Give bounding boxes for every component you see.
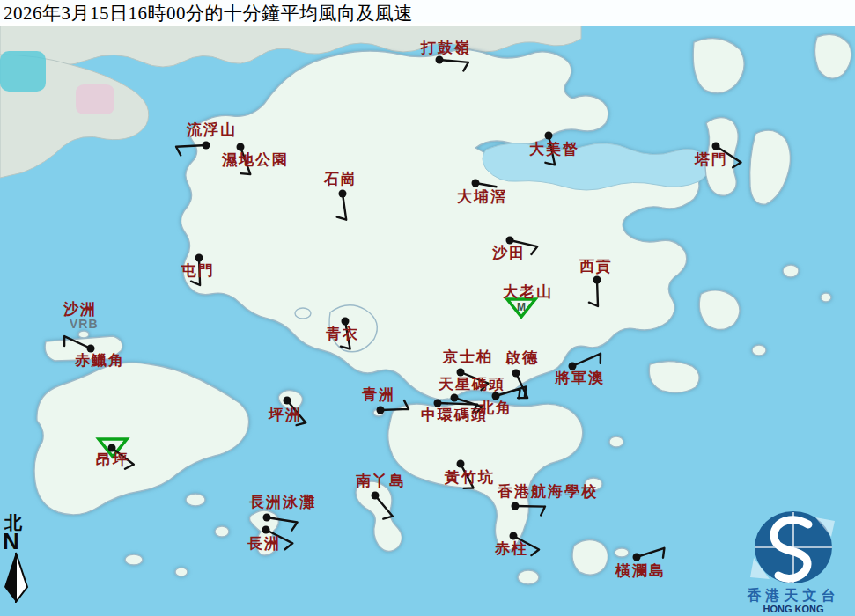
- islet: [821, 293, 831, 302]
- land-crooked-island: [693, 39, 744, 93]
- wind-barb-kai-tak: [516, 373, 527, 398]
- land-lantau: [34, 363, 249, 515]
- land-ma-wan: [295, 308, 311, 319]
- station-label-hk-sea-school: 香港航海學校: [498, 484, 598, 499]
- shenzhen-water: [0, 51, 46, 92]
- station-label-stanley: 赤柱: [495, 541, 528, 556]
- station-label-tap-mun: 塔門: [695, 152, 728, 167]
- station-dot-tap-mun: [712, 143, 720, 150]
- station-label-tsing-yi: 青衣: [326, 326, 359, 341]
- station-dot-tsing-yi: [342, 318, 350, 326]
- station-dot-kai-tak: [512, 370, 520, 378]
- wind-barb-waglan-island: [637, 548, 664, 558]
- north-label-en: N: [3, 532, 19, 552]
- land-high-island: [649, 361, 699, 392]
- station-dot-lau-fau-shan: [203, 142, 210, 150]
- islet: [175, 568, 188, 576]
- islet: [783, 265, 799, 277]
- station-dot-waglan-island: [633, 554, 641, 561]
- station-label-tai-mei-tuk: 大美督: [529, 142, 579, 157]
- station-dot-peng-chau: [284, 397, 291, 405]
- station-label-chek-lap-kok: 赤鱲角: [75, 353, 125, 368]
- north-compass: 北 N: [2, 514, 32, 603]
- wind-barb-ta-kwu-ling: [439, 60, 468, 70]
- map-title: 2026年3月15日16時00分的十分鐘平均風向及風速: [0, 1, 413, 26]
- wind-barb-tseung-kwan-o: [572, 354, 601, 366]
- station-label-green-island: 青洲: [362, 387, 395, 402]
- station-label-kings-park: 京士柏: [443, 349, 493, 364]
- land-shekou: [0, 55, 149, 178]
- land-waglan: [615, 548, 629, 557]
- land-lamma: [356, 481, 402, 552]
- station-dot-ta-kwu-ling: [436, 56, 444, 64]
- station-label-cheung-chau: 長洲: [247, 536, 281, 551]
- station-label-star-ferry: 天星碼頭: [439, 377, 505, 392]
- station-label-kai-tak: 啟德: [505, 350, 539, 365]
- wind-barb-chek-lap-kok: [64, 336, 91, 348]
- station-label-ngong-ping: 昂坪: [96, 452, 129, 467]
- station-label-tseung-kwan-o: 將軍澳: [555, 370, 605, 385]
- station-label-waglan-island: 橫瀾島: [615, 563, 666, 578]
- station-label-sha-tin: 沙田: [492, 246, 526, 260]
- station-label-lamma-island: 南丫島: [356, 473, 406, 488]
- wind-barb-shek-kong: [337, 194, 347, 220]
- logo-name-en: HONG KONG OBSERVATORY: [729, 604, 855, 616]
- islet: [186, 494, 205, 506]
- station-dot-lamma-island: [372, 492, 380, 500]
- station-dot-sha-tin: [506, 237, 514, 245]
- station-dot-stanley: [510, 532, 518, 540]
- north-arrow-icon: [2, 552, 30, 603]
- station-label-ta-kwu-ling: 打鼓嶺: [421, 40, 471, 55]
- wind-barb-sai-kung: [589, 280, 598, 306]
- map-background: [0, 0, 855, 616]
- wind-barb-lau-fau-shan: [176, 145, 206, 156]
- station-dot-cheung-chau: [262, 526, 270, 534]
- station-triangle-tates-cairn: [507, 299, 535, 317]
- logo-name-cn: 香港天文台: [729, 588, 855, 604]
- islet: [609, 436, 623, 447]
- station-dot-wetland-park: [237, 143, 245, 151]
- station-label-wetland-park: 濕地公園: [222, 152, 289, 167]
- station-dot-star-ferry: [451, 394, 459, 402]
- station-label-sai-kung: 西貢: [579, 259, 613, 274]
- land-new-territories: [181, 49, 699, 400]
- station-label-tai-po-kau: 大埔滘: [457, 189, 507, 204]
- station-dot-sai-kung: [593, 276, 601, 284]
- land-po-toi: [572, 539, 608, 575]
- tolo-harbour: [483, 143, 709, 190]
- wind-barb-tai-po-kau: [475, 183, 497, 187]
- station-label-sha-chau: 沙洲: [63, 302, 97, 317]
- station-dot-tuen-mun: [195, 254, 203, 262]
- wind-note-sha-chau: VRB: [70, 318, 99, 330]
- hko-logo-icon: [736, 505, 851, 590]
- title-bar: 2026年3月15日16時00分的十分鐘平均風向及風速: [0, 0, 855, 26]
- shenzhen-urban-patch: [76, 84, 114, 114]
- islet: [752, 345, 766, 356]
- sea: [0, 0, 855, 616]
- station-label-wong-chuk-hang: 黃竹坑: [445, 470, 495, 485]
- land-ne-islet: [814, 34, 851, 78]
- station-label-lau-fau-shan: 流浮山: [187, 122, 237, 137]
- land-green-island: [373, 409, 384, 416]
- islet: [215, 526, 229, 537]
- wind-map-page: M 打鼓嶺流浮山濕地公園石崗大埔滘大美督塔門沙田西貢大老山屯門沙洲VRB赤鱲角青…: [0, 0, 855, 616]
- station-dot-wong-chuk-hang: [457, 460, 465, 468]
- missing-data-label-tates-cairn: M: [517, 301, 526, 313]
- wind-barb-cheung-chau-beach: [267, 517, 298, 531]
- station-label-shek-kong: 石崗: [324, 172, 357, 187]
- station-dot-cheung-chau-beach: [263, 514, 271, 522]
- station-label-tates-cairn: 大老山: [503, 284, 553, 299]
- hko-logo: 香港天文台 HONG KONG OBSERVATORY: [729, 505, 855, 616]
- islet: [125, 554, 143, 565]
- station-label-peng-chau: 坪洲: [269, 407, 302, 422]
- station-label-cheung-chau-beach: 長洲泳灘: [249, 495, 316, 510]
- land-shenzhen: [0, 23, 581, 67]
- wind-overlay: M: [0, 0, 855, 616]
- land-east-islands: [750, 130, 791, 204]
- station-dot-tai-mei-tuk: [545, 132, 553, 140]
- land-beaufort: [518, 570, 539, 584]
- land-sha-chau: [78, 331, 89, 338]
- wind-barb-hk-sea-school: [515, 506, 545, 516]
- station-dot-shek-kong: [339, 190, 347, 198]
- land-kau-sai: [699, 290, 740, 330]
